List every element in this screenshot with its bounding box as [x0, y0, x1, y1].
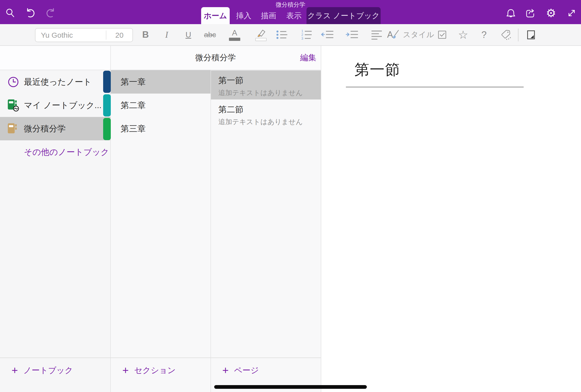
pages-content-divider [321, 46, 321, 392]
home-indicator[interactable] [214, 385, 367, 389]
todo-checkbox-button[interactable] [437, 24, 448, 45]
font-name-value[interactable]: Yu Gothic [35, 31, 106, 40]
page-title-rule [346, 87, 524, 88]
tab-insert[interactable]: 挿入 [231, 7, 256, 24]
section-row-chapter1[interactable]: 第一章 [110, 70, 210, 94]
notebook-sidebar: 最近使ったノート マイ ノートブック... 微分積分学 そ [0, 46, 110, 392]
section-label: 第二章 [110, 100, 146, 111]
svg-text:A: A [387, 30, 393, 40]
font-color-swatch [229, 38, 240, 41]
svg-text:1: 1 [301, 29, 303, 33]
align-button[interactable] [371, 24, 382, 45]
notebook-color-tab-green [103, 118, 111, 140]
highlighter-button[interactable] [255, 24, 267, 45]
help-button[interactable]: ? [481, 24, 487, 45]
bullet-list-button[interactable] [276, 24, 288, 45]
page-title[interactable]: 第一節 [355, 60, 400, 80]
add-notebook-button[interactable]: + ノートブック [11, 358, 73, 383]
edit-button[interactable]: 編集 [300, 52, 316, 63]
format-toolbar: Yu Gothic 20 B I U abc A 123 [0, 24, 581, 46]
plus-icon: + [222, 365, 229, 376]
sidebar-item-label: マイ ノートブック... [24, 100, 101, 111]
side-note-icon [525, 29, 537, 40]
todo-checkbox-icon [437, 29, 448, 40]
settings-gear-icon[interactable]: ⚙ [545, 8, 557, 19]
page-row-subtitle: 追加テキストはありません [218, 88, 303, 98]
page-row-section2[interactable]: 第二節 追加テキストはありません [210, 100, 321, 128]
expand-fullscreen-icon[interactable] [566, 8, 577, 19]
add-section-label: セクション [134, 365, 176, 376]
styles-button[interactable]: A スタイル [387, 24, 434, 45]
add-section-button[interactable]: + セクション [122, 358, 176, 383]
align-icon [371, 30, 382, 40]
pages-column: 第一節 追加テキストはありません 第二節 追加テキストはありません [210, 46, 321, 392]
sidebar-item-calculus[interactable]: 微分積分学 [0, 117, 110, 140]
page-row-title: 第一節 [218, 75, 243, 86]
add-page-button[interactable]: + ページ [222, 358, 259, 383]
tag-icon [500, 29, 512, 41]
add-notebook-label: ノートブック [23, 365, 73, 376]
notifications-bell-icon[interactable] [505, 8, 517, 19]
app-top-bar: 微分積分学 ホーム 挿入 描画 表示 クラス ノートブック ⚙ [0, 0, 581, 24]
font-color-button[interactable]: A [229, 24, 240, 45]
notebook-color-tab-blue [103, 71, 111, 93]
outdent-button[interactable] [321, 24, 334, 45]
section-row-chapter3[interactable]: 第三章 [110, 117, 210, 140]
strikethrough-button[interactable]: abc [204, 24, 216, 45]
notebook-header: 微分積分学 編集 [110, 46, 321, 70]
outdent-icon [321, 30, 334, 40]
clock-icon [7, 76, 20, 88]
bold-button[interactable]: B [142, 24, 149, 45]
tab-home[interactable]: ホーム [201, 7, 230, 24]
sidebar-header [0, 46, 110, 70]
highlighter-icon [255, 28, 267, 37]
indent-button[interactable] [346, 24, 359, 45]
sidebar-item-recent-notes[interactable]: 最近使ったノート [0, 70, 110, 94]
toolbar-divider [518, 28, 519, 41]
highlighter-swatch [255, 38, 267, 41]
notebook-sync-icon [7, 99, 20, 112]
svg-text:3: 3 [301, 36, 303, 40]
sidebar-item-label: 最近使ったノート [24, 76, 91, 88]
svg-text:2: 2 [301, 33, 303, 37]
sidebar-item-my-notebook[interactable]: マイ ノートブック... [0, 94, 110, 117]
font-color-icon: A [232, 29, 237, 37]
star-button[interactable]: ☆ [458, 24, 468, 45]
sections-column: 第一章 第二章 第三章 [110, 46, 210, 392]
share-icon[interactable] [525, 8, 536, 19]
more-notebooks-label: その他のノートブック [24, 146, 109, 158]
section-label: 第一章 [110, 76, 146, 88]
sections-pages-divider [210, 70, 211, 392]
page-row-title: 第二節 [218, 104, 243, 115]
plus-icon: + [11, 365, 18, 376]
page-row-subtitle: 追加テキストはありません [218, 117, 303, 126]
tag-button[interactable] [500, 24, 512, 45]
tab-class-notebook[interactable]: クラス ノートブック [307, 7, 381, 24]
underline-button[interactable]: U [185, 24, 191, 45]
add-page-label: ページ [234, 365, 259, 376]
page-row-section1[interactable]: 第一節 追加テキストはありません [210, 70, 321, 100]
ribbon-tabs: ホーム 挿入 描画 表示 クラス ノートブック [0, 7, 581, 24]
numbered-list-icon: 123 [301, 29, 313, 40]
bullet-list-icon [276, 30, 288, 40]
section-row-chapter2[interactable]: 第二章 [110, 94, 210, 117]
plus-icon: + [122, 365, 129, 376]
section-label: 第三章 [110, 123, 146, 134]
notebook-color-tab-teal [103, 94, 111, 116]
tab-view[interactable]: 表示 [282, 7, 306, 24]
tab-draw[interactable]: 描画 [256, 7, 281, 24]
styles-brush-icon: A [387, 29, 400, 40]
italic-button[interactable]: I [165, 24, 168, 45]
page-canvas[interactable] [321, 46, 581, 392]
sidebar-more-notebooks[interactable]: その他のノートブック [0, 140, 110, 164]
indent-icon [346, 30, 359, 40]
notebook-header-title: 微分積分学 [110, 52, 321, 63]
numbered-list-button[interactable]: 123 [301, 24, 313, 45]
font-size-value[interactable]: 20 [106, 31, 132, 40]
styles-label: スタイル [403, 30, 434, 40]
sidebar-item-label: 微分積分学 [24, 123, 66, 134]
side-note-button[interactable] [525, 24, 537, 45]
notebook-icon [7, 122, 20, 135]
font-picker[interactable]: Yu Gothic 20 [35, 28, 133, 42]
